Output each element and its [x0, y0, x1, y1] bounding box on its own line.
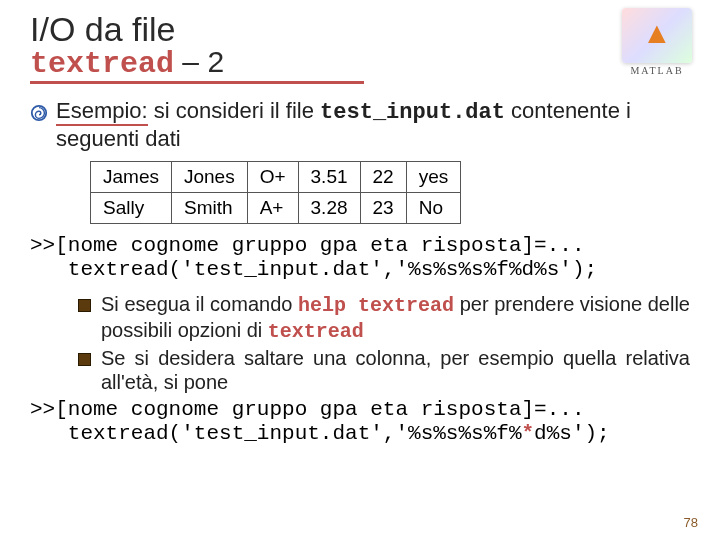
textread-cmd: textread — [268, 320, 364, 343]
subtitle-code: textread — [30, 47, 174, 81]
star-wildcard: * — [521, 422, 534, 445]
sub-bullet-help: Si esegua il comando help textread per p… — [78, 292, 690, 344]
filename: test_input.dat — [320, 100, 505, 125]
esempio-label: Esempio: — [56, 98, 148, 126]
intro-text: Esempio: si consideri il file test_input… — [56, 98, 690, 153]
help-cmd: help textread — [298, 294, 454, 317]
data-table: James Jones O+ 3.51 22 yes Sally Smith A… — [90, 161, 461, 224]
page-number: 78 — [684, 515, 698, 530]
sub-bullet-skip: Se si desidera saltare una colonna, per … — [78, 346, 690, 394]
slide-subtitle: textread – 2 — [30, 45, 364, 84]
code-block-1: >>[nome cognome gruppo gpa eta risposta]… — [30, 234, 690, 282]
slide-title: I/O da file — [30, 10, 690, 49]
table-row: Sally Smith A+ 3.28 23 No — [91, 192, 461, 223]
matlab-logo: MATLAB — [612, 8, 702, 83]
subtitle-rest: – 2 — [174, 45, 224, 78]
logo-text: MATLAB — [612, 65, 702, 76]
square-bullet-icon — [78, 353, 91, 366]
bullet-esempio: Esempio: si consideri il file test_input… — [30, 98, 690, 153]
table-row: James Jones O+ 3.51 22 yes — [91, 161, 461, 192]
code-block-2: >>[nome cognome gruppo gpa eta risposta]… — [30, 398, 690, 446]
square-bullet-icon — [78, 299, 91, 312]
swirl-icon — [30, 104, 48, 122]
